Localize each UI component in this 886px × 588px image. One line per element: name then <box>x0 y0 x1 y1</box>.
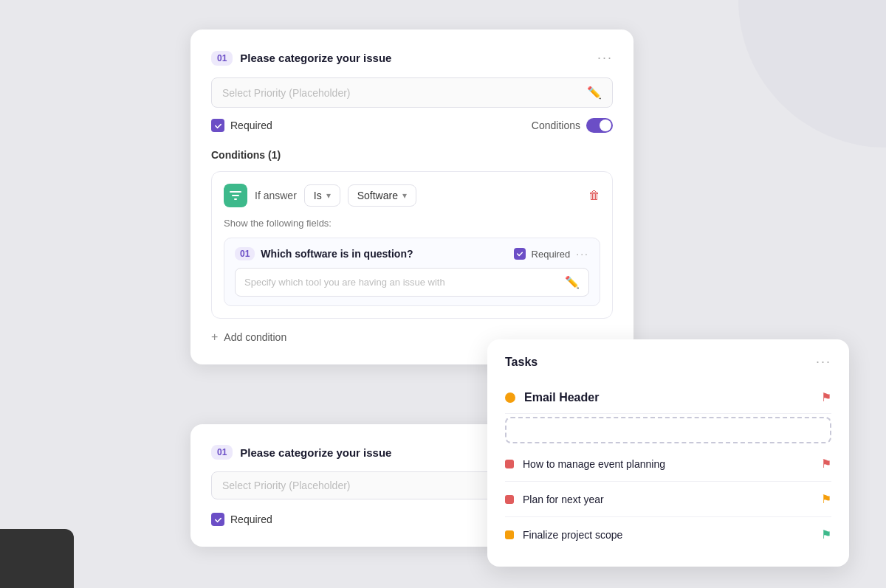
conditions-text: Conditions <box>532 120 580 131</box>
email-header-task-item: Email Header ⚑ <box>505 381 831 414</box>
required-conditions-row: Required Conditions <box>211 118 613 133</box>
conditions-heading: Conditions (1) <box>211 149 613 161</box>
add-condition-label: Add condition <box>224 331 286 343</box>
task-flag-3: ⚑ <box>821 528 831 542</box>
nested-required-checkbox[interactable] <box>514 248 526 260</box>
drop-zone <box>505 417 831 443</box>
task-name-2: Plan for next year <box>523 494 604 505</box>
task-item-3[interactable]: Finalize project scope ⚑ <box>505 517 831 552</box>
step-badge: 01 <box>211 51 233 66</box>
conditions-toggle-group: Conditions <box>532 118 613 133</box>
form-builder-card: 01 Please categorize your issue ··· Sele… <box>190 30 633 364</box>
task-dot-3 <box>505 530 514 539</box>
email-header-dot <box>505 392 515 403</box>
second-required-label: Required <box>230 513 272 525</box>
nested-placeholder: Specify which tool you are having an iss… <box>244 277 565 288</box>
email-header-left: Email Header <box>505 391 599 404</box>
second-required-checkbox[interactable] <box>211 513 224 526</box>
second-priority-input-row[interactable]: Select Priority (Placeholder) <box>211 471 532 499</box>
task-item-2[interactable]: Plan for next year ⚑ <box>505 482 831 517</box>
nested-field-header: 01 Which software is in question? Requir… <box>235 247 589 260</box>
nested-edit-icon[interactable]: ✏️ <box>565 275 580 289</box>
filter-icon <box>224 184 247 207</box>
required-label: Required <box>230 120 272 131</box>
email-header-title: Email Header <box>524 391 599 404</box>
section-header: 01 Please categorize your issue ··· <box>211 50 613 66</box>
nested-field-title: Which software is in question? <box>261 248 413 260</box>
task-item-1[interactable]: How to manage event planning ⚑ <box>505 446 831 482</box>
task-item-left-2: Plan for next year <box>505 494 604 505</box>
nested-field-left: 01 Which software is in question? <box>235 247 413 260</box>
is-select[interactable]: Is ▾ <box>304 184 340 207</box>
nested-field: 01 Which software is in question? Requir… <box>224 238 600 306</box>
task-item-left-3: Finalize project scope <box>505 529 622 541</box>
nested-field-right: Required ··· <box>514 248 589 260</box>
conditions-block: Conditions (1) If answer Is ▾ Software ▾ <box>211 149 613 344</box>
if-answer-label: If answer <box>255 190 297 201</box>
task-name-3: Finalize project scope <box>523 529 622 541</box>
condition-card: If answer Is ▾ Software ▾ 🗑 Show the fol… <box>211 171 613 319</box>
chevron-down-icon-2: ▾ <box>402 190 407 201</box>
nested-required-label: Required <box>532 249 571 260</box>
section-options-button[interactable]: ··· <box>597 50 613 66</box>
second-step-badge: 01 <box>211 445 233 460</box>
second-section-title: Please categorize your issue <box>240 446 391 459</box>
priority-input-row[interactable]: Select Priority (Placeholder) ✏️ <box>211 77 613 108</box>
nested-step-badge: 01 <box>235 247 255 260</box>
required-checkbox-group: Required <box>211 119 272 132</box>
second-priority-placeholder: Select Priority (Placeholder) <box>222 480 521 491</box>
task-flag-2: ⚑ <box>821 492 831 506</box>
section-title: Please categorize your issue <box>240 52 391 64</box>
tasks-options-button[interactable]: ··· <box>816 354 831 370</box>
priority-placeholder: Select Priority (Placeholder) <box>222 87 587 99</box>
task-name-1: How to manage event planning <box>523 458 665 470</box>
show-fields-label: Show the following fields: <box>224 218 600 229</box>
chevron-down-icon: ▾ <box>326 190 331 201</box>
plus-icon: + <box>211 331 218 344</box>
edit-icon[interactable]: ✏️ <box>587 86 602 100</box>
tasks-header: Tasks ··· <box>505 354 831 370</box>
flag-red-icon: ⚑ <box>821 390 831 404</box>
second-section-header-left: 01 Please categorize your issue <box>211 445 391 460</box>
tasks-title: Tasks <box>505 356 538 369</box>
task-flag-1: ⚑ <box>821 457 831 471</box>
task-dot-1 <box>505 460 514 468</box>
software-select[interactable]: Software ▾ <box>348 184 416 207</box>
tasks-panel: Tasks ··· Email Header ⚑ How to manage e… <box>487 339 849 567</box>
delete-condition-button[interactable]: 🗑 <box>588 189 600 202</box>
conditions-toggle[interactable] <box>586 118 613 133</box>
nested-input-row[interactable]: Specify which tool you are having an iss… <box>235 268 589 297</box>
required-checkbox[interactable] <box>211 119 224 132</box>
nested-options-button[interactable]: ··· <box>576 248 589 260</box>
second-required-group: Required <box>211 510 532 526</box>
task-dot-2 <box>505 495 514 504</box>
condition-row-top: If answer Is ▾ Software ▾ 🗑 <box>224 184 600 207</box>
task-item-left-1: How to manage event planning <box>505 458 665 470</box>
second-section-header: 01 Please categorize your issue <box>211 445 532 460</box>
section-header-left: 01 Please categorize your issue <box>211 51 391 66</box>
